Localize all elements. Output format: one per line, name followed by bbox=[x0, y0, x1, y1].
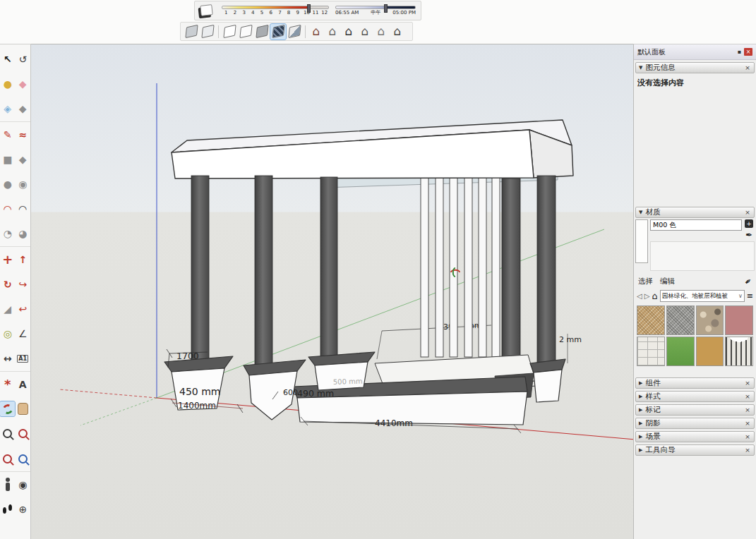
tray-close-icon[interactable]: × bbox=[744, 48, 752, 56]
look-around-tool-icon[interactable]: ◉ bbox=[16, 477, 30, 492]
sample-paint-icon[interactable]: ✒ bbox=[743, 275, 755, 287]
chevron-right-icon[interactable]: ▶ bbox=[639, 407, 642, 413]
move-tool-icon[interactable]: + bbox=[0, 252, 15, 267]
tab-edit[interactable]: 编辑 bbox=[660, 277, 675, 286]
dimension-slats[interactable]: 39 mm bbox=[377, 321, 491, 359]
shadow-month-handle[interactable] bbox=[307, 4, 311, 13]
tray-section-header[interactable]: ▶ 工具向导 × bbox=[635, 444, 755, 456]
hidden-line-mode-icon[interactable] bbox=[238, 24, 253, 40]
wireframe-mode-icon[interactable] bbox=[222, 24, 237, 40]
chevron-right-icon[interactable]: ▶ bbox=[639, 447, 642, 453]
toggle-shadows-icon[interactable] bbox=[200, 4, 212, 16]
chevron-right-icon[interactable]: ▶ bbox=[639, 394, 642, 399]
dimension-tool-icon[interactable]: ↔ bbox=[0, 351, 15, 366]
model-viewport[interactable]: 39 mm 2 mm bbox=[31, 44, 633, 539]
tray-section-header[interactable]: ▶ 样式 × bbox=[635, 391, 755, 402]
tray-section-header[interactable]: ▶ 场景 × bbox=[635, 431, 755, 442]
forward-arrow-icon[interactable]: ▷ bbox=[644, 292, 650, 300]
tray-section-close-icon[interactable]: × bbox=[744, 447, 751, 454]
swatch-pavers[interactable] bbox=[637, 337, 665, 366]
select-tool-icon[interactable]: ↖ bbox=[0, 52, 15, 66]
back-arrow-icon[interactable]: ◁ bbox=[637, 292, 642, 300]
entity-info-header[interactable]: ▼ 图元信息 × bbox=[635, 62, 755, 73]
three-point-arc-tool-icon[interactable]: ◔ bbox=[0, 226, 15, 241]
shadow-time-track[interactable] bbox=[335, 6, 416, 9]
follow-me-tool-icon[interactable]: ↪ bbox=[16, 277, 30, 291]
tape-measure-tool-icon[interactable]: ◎ bbox=[0, 326, 15, 341]
section-plane-tool-icon[interactable]: ⊕ bbox=[16, 502, 30, 516]
position-camera-tool-icon[interactable] bbox=[0, 477, 15, 492]
create-material-icon[interactable]: + bbox=[745, 219, 753, 228]
zoom-extents-tool-icon[interactable] bbox=[0, 452, 15, 466]
tray-section-close-icon[interactable]: × bbox=[744, 380, 751, 387]
shadow-month-track[interactable] bbox=[222, 6, 329, 9]
materials-header[interactable]: ▼ 材质 × bbox=[635, 207, 755, 218]
white-slats[interactable] bbox=[421, 176, 500, 357]
rectangle-tool-icon[interactable]: ■ bbox=[0, 152, 15, 166]
walk-tool-icon[interactable] bbox=[0, 502, 15, 516]
tray-section-close-icon[interactable]: × bbox=[744, 406, 751, 413]
scale-tool-icon[interactable]: ◢ bbox=[0, 301, 15, 316]
tray-section-header[interactable]: ▶ 标记 × bbox=[635, 404, 755, 416]
line-tool-icon[interactable]: ✎ bbox=[0, 127, 15, 142]
previous-view-tool-icon[interactable] bbox=[16, 452, 30, 466]
tray-section-close-icon[interactable]: × bbox=[744, 420, 751, 427]
tray-section-header[interactable]: ▶ 组件 × bbox=[635, 377, 755, 389]
back-edges-mode-icon[interactable] bbox=[200, 24, 215, 40]
zoom-window-tool-icon[interactable] bbox=[16, 426, 30, 441]
two-point-arc-tool-icon[interactable]: ◠ bbox=[16, 201, 30, 216]
rotate-tool-icon[interactable]: ↻ bbox=[0, 277, 15, 291]
polygon-tool-icon[interactable]: ◉ bbox=[16, 176, 30, 191]
pan-tool-icon[interactable] bbox=[16, 401, 30, 416]
paint-bucket-tool-icon[interactable]: ● bbox=[0, 76, 15, 91]
swatch-rose-solid[interactable] bbox=[725, 305, 753, 335]
offset-tool-icon[interactable]: ↩ bbox=[16, 301, 30, 316]
3d-text-tool-icon[interactable]: A bbox=[16, 377, 30, 392]
zoom-tool-icon[interactable] bbox=[0, 426, 15, 441]
swatch-cobblestone[interactable] bbox=[696, 305, 724, 335]
shaded-mode-icon[interactable] bbox=[254, 24, 270, 40]
material-name-input[interactable] bbox=[650, 219, 742, 231]
footing-right[interactable] bbox=[530, 359, 565, 402]
view-right-icon[interactable]: ⌂ bbox=[357, 24, 373, 40]
swatch-gate[interactable] bbox=[725, 337, 753, 366]
arc-tool-icon[interactable]: ◠ bbox=[0, 201, 15, 216]
materials-close-icon[interactable]: × bbox=[744, 209, 751, 216]
swatch-ochre[interactable] bbox=[696, 337, 724, 366]
circle-tool-icon[interactable]: ● bbox=[0, 176, 15, 191]
axes-tool-icon[interactable]: * bbox=[0, 377, 15, 392]
tray-section-close-icon[interactable]: × bbox=[744, 393, 751, 400]
shadow-time-handle[interactable] bbox=[384, 4, 388, 13]
push-pull-tool-icon[interactable]: ↑ bbox=[16, 252, 30, 267]
list-options-icon[interactable]: ≡ bbox=[747, 291, 753, 301]
lasso-select-tool-icon[interactable]: ↺ bbox=[16, 52, 30, 66]
soften-edges-tool-icon[interactable]: ◆ bbox=[16, 102, 30, 116]
chevron-right-icon[interactable]: ▶ bbox=[639, 420, 642, 426]
top-slab[interactable] bbox=[172, 120, 573, 178]
eraser-tool-icon[interactable]: ◆ bbox=[16, 76, 30, 91]
tray-section-close-icon[interactable]: × bbox=[744, 433, 751, 440]
shaded-with-textures-mode-icon[interactable] bbox=[270, 24, 286, 40]
dimension-right[interactable]: 2 mm bbox=[559, 334, 582, 363]
tray-section-header[interactable]: ▶ 阴影 × bbox=[635, 418, 755, 429]
view-front-icon[interactable]: ⌂ bbox=[341, 24, 356, 40]
view-iso-icon[interactable]: ⌂ bbox=[308, 24, 324, 40]
view-left-icon[interactable]: ⌂ bbox=[390, 24, 405, 40]
swatch-grass[interactable] bbox=[666, 337, 695, 366]
material-preview[interactable] bbox=[635, 219, 648, 263]
entity-info-close-icon[interactable]: × bbox=[744, 64, 751, 71]
tab-select[interactable]: 选择 bbox=[638, 277, 653, 286]
home-icon[interactable]: ⌂ bbox=[652, 291, 657, 301]
view-back-icon[interactable]: ⌂ bbox=[373, 24, 389, 40]
xray-mode-icon[interactable] bbox=[184, 24, 199, 40]
pin-icon[interactable]: ▪ bbox=[738, 49, 741, 55]
secondary-pane-icon[interactable]: ✒ bbox=[745, 230, 752, 240]
collection-dropdown[interactable]: 园林绿化、地被层和植被 ∨ bbox=[660, 290, 745, 302]
protractor-tool-icon[interactable]: ∠ bbox=[16, 326, 30, 341]
tray-titlebar[interactable]: 默认面板 ▪ × bbox=[634, 44, 756, 60]
freehand-tool-icon[interactable]: ≈ bbox=[16, 127, 30, 142]
chevron-down-icon[interactable]: ▼ bbox=[639, 65, 642, 71]
rotated-rectangle-tool-icon[interactable]: ◆ bbox=[16, 152, 30, 166]
model-canvas[interactable]: 39 mm 2 mm bbox=[31, 44, 633, 539]
chevron-right-icon[interactable]: ▶ bbox=[639, 380, 642, 386]
